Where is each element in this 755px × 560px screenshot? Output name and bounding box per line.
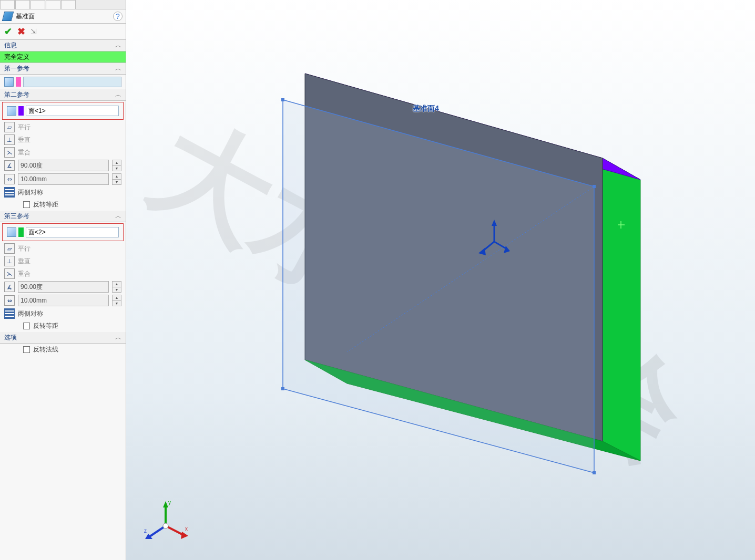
cancel-button[interactable]: ✖ xyxy=(17,26,25,37)
face-icon xyxy=(4,77,14,87)
ref2-distance-input[interactable] xyxy=(18,173,109,185)
section-ref1-label: 第一参考 xyxy=(4,64,29,73)
ref3-reverse-offset-label: 反转等距 xyxy=(33,322,58,330)
ref3-perpendicular-label: 垂直 xyxy=(18,257,30,266)
ref3-reverse-offset-row[interactable]: 反转等距 xyxy=(0,320,126,332)
ref3-distance-row: ⇔ ▲▼ xyxy=(0,294,126,307)
symmetric-icon xyxy=(4,308,15,319)
panel-title-row: 基准面 ? xyxy=(0,9,126,24)
ref3-parallel-label: 平行 xyxy=(18,244,30,253)
distance-icon: ⇔ xyxy=(4,295,15,306)
panel-mini-tabs xyxy=(0,0,126,9)
mini-tab[interactable] xyxy=(46,0,60,9)
svg-rect-3 xyxy=(281,387,284,390)
ref3-parallel[interactable]: ▱ 平行 xyxy=(0,242,126,255)
ref2-row xyxy=(3,103,123,118)
svg-point-18 xyxy=(163,523,168,528)
ok-button[interactable]: ✔ xyxy=(4,26,12,37)
checkbox[interactable] xyxy=(23,346,30,353)
ref2-color-chip xyxy=(18,106,24,116)
angle-spinner[interactable]: ▲▼ xyxy=(112,281,121,293)
mini-tab[interactable] xyxy=(30,0,45,9)
ref3-color-chip xyxy=(18,227,24,237)
section-ref3-label: 第三参考 xyxy=(4,212,29,221)
coincident-icon: ⋋ xyxy=(4,147,15,158)
ref3-perpendicular[interactable]: ⊥ 垂直 xyxy=(0,255,126,267)
ref3-symmetric[interactable]: 两侧对称 xyxy=(0,307,126,320)
ref2-coincident-label: 重合 xyxy=(18,148,30,157)
ref2-symmetric[interactable]: 两侧对称 xyxy=(0,186,126,199)
plane-icon xyxy=(2,12,14,21)
property-panel: 基准面 ? ✔ ✖ ⇲ 信息 ︿ 完全定义 第一参考 ︿ 第二参考 ︿ ▱ 平行 xyxy=(0,0,126,560)
distance-spinner[interactable]: ▲▼ xyxy=(112,295,121,306)
coincident-icon: ⋋ xyxy=(4,268,15,279)
ref2-highlight xyxy=(2,102,124,120)
ref2-parallel[interactable]: ▱ 平行 xyxy=(0,121,126,133)
ref3-highlight xyxy=(2,223,124,241)
checkbox[interactable] xyxy=(23,323,30,329)
ref1-color-chip xyxy=(16,77,21,87)
svg-marker-15 xyxy=(163,501,168,507)
ref1-input[interactable] xyxy=(23,77,121,87)
parallel-icon: ▱ xyxy=(4,122,15,132)
svg-line-16 xyxy=(166,526,183,535)
ref2-perpendicular-label: 垂直 xyxy=(18,136,30,144)
section-ref2-header[interactable]: 第二参考 ︿ xyxy=(0,89,126,101)
panel-title: 基准面 xyxy=(16,12,35,21)
section-info-label: 信息 xyxy=(4,41,17,50)
triad-z-label: z xyxy=(144,528,147,534)
ref3-input[interactable] xyxy=(26,227,119,237)
chevron-up-icon: ︿ xyxy=(115,64,121,73)
ref3-coincident[interactable]: ⋋ 重合 xyxy=(0,267,126,280)
view-orientation-triad[interactable]: z y x xyxy=(142,497,189,544)
chevron-up-icon: ︿ xyxy=(115,333,121,342)
triad-y-label: y xyxy=(168,500,171,505)
help-icon[interactable]: ? xyxy=(113,12,123,21)
graphics-viewport[interactable]: 大水牛测绘 xyxy=(126,0,755,560)
pin-button[interactable]: ⇲ xyxy=(30,27,37,36)
mini-tab[interactable] xyxy=(0,0,15,9)
ref3-distance-input[interactable] xyxy=(18,295,109,306)
section-options-label: 选项 xyxy=(4,333,17,342)
angle-icon: ∡ xyxy=(4,282,15,292)
ref2-coincident[interactable]: ⋋ 重合 xyxy=(0,146,126,159)
angle-spinner[interactable]: ▲▼ xyxy=(112,160,121,171)
ref3-coincident-label: 重合 xyxy=(18,269,30,278)
status-fully-defined: 完全定义 xyxy=(0,51,126,63)
ref2-angle-row: ∡ ▲▼ xyxy=(0,159,126,172)
svg-rect-1 xyxy=(593,185,596,188)
ref2-perpendicular[interactable]: ⊥ 垂直 xyxy=(0,133,126,146)
chevron-up-icon: ︿ xyxy=(115,212,121,221)
chevron-up-icon: ︿ xyxy=(115,41,121,50)
reverse-normal-row[interactable]: 反转法线 xyxy=(0,344,126,356)
ref3-angle-row: ∡ ▲▼ xyxy=(0,280,126,294)
chevron-up-icon: ︿ xyxy=(115,90,121,99)
distance-spinner[interactable]: ▲▼ xyxy=(112,173,121,185)
ref2-input[interactable] xyxy=(26,106,119,116)
model-canvas xyxy=(126,0,755,560)
section-ref3-header[interactable]: 第三参考 ︿ xyxy=(0,211,126,222)
face-icon xyxy=(7,227,16,237)
ref2-reverse-offset-row[interactable]: 反转等距 xyxy=(0,199,126,211)
svg-marker-17 xyxy=(181,532,188,539)
svg-rect-0 xyxy=(281,98,284,101)
ref2-angle-input[interactable] xyxy=(18,160,109,171)
perpendicular-icon: ⊥ xyxy=(4,134,15,145)
section-ref2-label: 第二参考 xyxy=(4,90,29,99)
section-ref1-header[interactable]: 第一参考 ︿ xyxy=(0,63,126,75)
parallel-icon: ▱ xyxy=(4,243,15,254)
model-side-face xyxy=(603,158,640,461)
checkbox[interactable] xyxy=(23,201,30,208)
section-options-header[interactable]: 选项 ︿ xyxy=(0,332,126,344)
distance-icon: ⇔ xyxy=(4,174,15,184)
mini-tab[interactable] xyxy=(15,0,30,9)
section-info-header[interactable]: 信息 ︿ xyxy=(0,40,126,51)
ref2-distance-row: ⇔ ▲▼ xyxy=(0,172,126,186)
perpendicular-icon: ⊥ xyxy=(4,256,15,266)
ref3-row xyxy=(3,225,123,240)
angle-icon: ∡ xyxy=(4,160,15,171)
ref3-angle-input[interactable] xyxy=(18,281,109,293)
datum-plane-label[interactable]: 基准面4 xyxy=(413,104,439,113)
mini-tab[interactable] xyxy=(61,0,76,9)
symmetric-icon xyxy=(4,187,15,198)
